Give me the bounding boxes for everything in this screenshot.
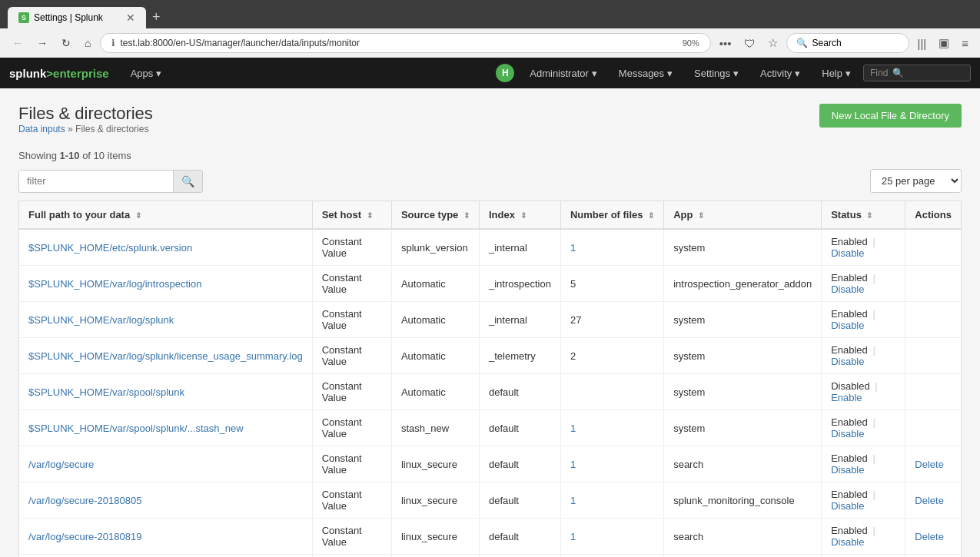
- home-button[interactable]: ⌂: [80, 34, 95, 52]
- cell-num-files: 1: [560, 482, 663, 519]
- activity-arrow-icon: ▾: [795, 68, 800, 79]
- split-view-button[interactable]: ▣: [935, 34, 953, 52]
- cell-source-type: splunk_version: [391, 229, 479, 266]
- table-row: /var/log/secure-20180819Constant Valueli…: [19, 519, 962, 555]
- cell-status: Enabled | Disable: [822, 266, 905, 302]
- back-button[interactable]: ←: [8, 34, 28, 52]
- cell-num-files: 1: [560, 410, 663, 446]
- find-placeholder: Find: [870, 68, 888, 78]
- help-menu[interactable]: Help ▾: [812, 58, 860, 88]
- showing-prefix: Showing: [18, 150, 59, 161]
- showing-suffix: items: [105, 150, 131, 161]
- cell-full-path: /var/log/secure: [19, 446, 313, 482]
- num-files-link[interactable]: 1: [570, 242, 576, 254]
- col-status: Status ⇕: [822, 201, 905, 230]
- more-options-button[interactable]: •••: [716, 35, 736, 52]
- full-path-link[interactable]: /var/log/secure: [28, 459, 94, 470]
- cell-status: Enabled | Disable: [822, 410, 905, 446]
- action-separator: |: [870, 489, 875, 500]
- full-path-link[interactable]: $SPLUNK_HOME/etc/splunk.version: [28, 242, 192, 254]
- full-path-link[interactable]: /var/log/secure-20180805: [28, 495, 141, 506]
- cell-app: introspection_generator_addon: [664, 266, 822, 302]
- full-path-link[interactable]: $SPLUNK_HOME/var/log/splunk: [28, 314, 174, 326]
- table-row: /var/log/secure-20180805Constant Valueli…: [19, 482, 962, 519]
- active-tab[interactable]: S Settings | Splunk ✕: [8, 7, 146, 28]
- table-header: Full path to your data ⇕ Set host ⇕ Sour…: [19, 201, 962, 230]
- disable-link[interactable]: Disable: [831, 464, 864, 476]
- settings-menu[interactable]: Settings ▾: [685, 58, 748, 88]
- address-bar[interactable]: ℹ test.lab:8000/en-US/manager/launcher/d…: [100, 33, 710, 53]
- num-files-link[interactable]: 1: [570, 423, 576, 434]
- col-set-host: Set host ⇕: [312, 201, 391, 230]
- delete-link[interactable]: Delete: [915, 531, 944, 542]
- num-files-link[interactable]: 1: [570, 459, 576, 470]
- activity-menu[interactable]: Activity ▾: [751, 58, 809, 88]
- cell-num-files: 27: [560, 302, 663, 338]
- page-content: Files & directories Data inputs » Files …: [0, 88, 980, 557]
- new-tab-button[interactable]: +: [146, 6, 167, 28]
- find-bar[interactable]: Find 🔍: [863, 65, 971, 81]
- settings-label: Settings: [694, 68, 730, 79]
- cell-full-path: $SPLUNK_HOME/var/spool/splunk: [19, 374, 313, 410]
- cell-actions: [905, 229, 962, 266]
- cell-full-path: $SPLUNK_HOME/var/spool/splunk/...stash_n…: [19, 410, 313, 446]
- cell-actions: [905, 338, 962, 374]
- table-row: $SPLUNK_HOME/etc/splunk.versionConstant …: [19, 229, 962, 266]
- cell-full-path: /var/log/secure-20180826: [19, 555, 313, 558]
- cell-source-type: stash_new: [391, 410, 479, 446]
- reload-button[interactable]: ↻: [57, 34, 75, 52]
- apps-label: Apps: [131, 68, 154, 79]
- col-full-path: Full path to your data ⇕: [19, 201, 313, 230]
- per-page-select[interactable]: 25 per page 50 per page 100 per page: [870, 169, 962, 193]
- close-tab-button[interactable]: ✕: [126, 12, 135, 24]
- action-separator: |: [870, 416, 875, 428]
- full-path-link[interactable]: $SPLUNK_HOME/var/spool/splunk: [28, 386, 184, 398]
- cell-set-host: Constant Value: [312, 302, 391, 338]
- bookmarks-sidebar-button[interactable]: |||: [914, 35, 931, 52]
- apps-menu[interactable]: Apps ▾: [121, 58, 171, 88]
- cell-app: system: [664, 302, 822, 338]
- pocket-button[interactable]: 🛡: [740, 35, 759, 52]
- admin-menu[interactable]: Administrator ▾: [520, 58, 606, 88]
- messages-label: Messages: [619, 68, 664, 79]
- enable-link[interactable]: Enable: [831, 392, 862, 403]
- disable-link[interactable]: Disable: [831, 428, 864, 439]
- disable-link[interactable]: Disable: [831, 356, 864, 367]
- delete-link[interactable]: Delete: [915, 495, 944, 506]
- splunk-nav: splunk>enterprise Apps ▾ H Administrator…: [0, 58, 980, 88]
- showing-text: Showing 1-10 of 10 items: [18, 150, 962, 161]
- browser-chrome: S Settings | Splunk ✕ +: [0, 0, 980, 28]
- disable-link[interactable]: Disable: [831, 536, 864, 548]
- menu-button[interactable]: ≡: [958, 35, 972, 52]
- help-label: Help: [822, 68, 842, 79]
- status-badge: Disabled: [831, 380, 870, 392]
- full-path-link[interactable]: /var/log/secure-20180819: [28, 531, 141, 542]
- breadcrumb-data-inputs-link[interactable]: Data inputs: [18, 124, 65, 134]
- action-separator: |: [872, 380, 878, 392]
- full-path-link[interactable]: $SPLUNK_HOME/var/spool/splunk/...stash_n…: [28, 423, 244, 434]
- sort-icon-source: ⇕: [463, 211, 470, 220]
- disable-link[interactable]: Disable: [831, 247, 864, 259]
- activity-label: Activity: [760, 68, 792, 79]
- table-body: $SPLUNK_HOME/etc/splunk.versionConstant …: [19, 229, 962, 557]
- cell-source-type: linux_secure: [391, 446, 479, 482]
- full-path-link[interactable]: $SPLUNK_HOME/var/log/introspection: [28, 278, 201, 290]
- filter-search-button[interactable]: 🔍: [173, 171, 202, 192]
- num-files-link[interactable]: 1: [570, 531, 576, 542]
- browser-toolbar: ← → ↻ ⌂ ℹ test.lab:8000/en-US/manager/la…: [0, 28, 980, 58]
- forward-button[interactable]: →: [32, 34, 52, 52]
- search-icon: 🔍: [796, 38, 808, 48]
- full-path-link[interactable]: $SPLUNK_HOME/var/log/splunk/license_usag…: [28, 350, 303, 362]
- bookmark-button[interactable]: ☆: [764, 34, 782, 52]
- messages-menu[interactable]: Messages ▾: [610, 58, 682, 88]
- new-local-file-button[interactable]: New Local File & Directory: [819, 104, 962, 128]
- disable-link[interactable]: Disable: [831, 283, 864, 295]
- filter-input[interactable]: [19, 171, 173, 191]
- messages-arrow-icon: ▾: [667, 68, 673, 79]
- disable-link[interactable]: Disable: [831, 320, 864, 331]
- num-files-link[interactable]: 1: [570, 495, 576, 506]
- delete-link[interactable]: Delete: [915, 459, 944, 470]
- browser-search-bar[interactable]: 🔍 Search: [786, 33, 909, 53]
- cell-set-host: Constant Value: [312, 446, 391, 482]
- disable-link[interactable]: Disable: [831, 500, 864, 512]
